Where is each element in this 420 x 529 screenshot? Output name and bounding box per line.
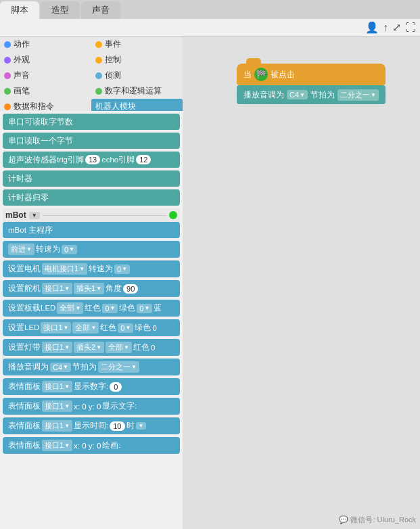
expand-icon[interactable]: ⤢: [392, 21, 401, 34]
led-pos-dropdown[interactable]: 全部: [57, 302, 83, 314]
block-set-servo[interactable]: 设置舵机 接口1 插头1 角度 90: [3, 280, 180, 297]
cat-sound[interactable]: 声音: [0, 68, 91, 83]
block-serial-read-one[interactable]: 串口读取一个字节: [3, 133, 180, 149]
move-speed-dropdown[interactable]: 0: [62, 245, 77, 254]
display-time-port-dropdown[interactable]: 接口1: [42, 420, 72, 432]
cat-sensing[interactable]: 侦测: [91, 68, 183, 83]
block-set-strip[interactable]: 设置灯带 接口1 插头2 全部 红色 0: [3, 339, 180, 356]
led2-pos-dropdown[interactable]: 全部: [72, 322, 99, 334]
canvas-note-dropdown[interactable]: C4: [287, 90, 308, 99]
block-display-draw[interactable]: 表情面板 接口1 x: 0 y: 0 绘画:: [3, 437, 180, 454]
tab-costume[interactable]: 造型: [41, 1, 80, 19]
canvas-action-block: 播放音调为 C4 节拍为 二分之一: [237, 85, 386, 104]
note-dropdown[interactable]: C4: [50, 363, 71, 372]
fullscreen-icon[interactable]: ⛶: [405, 22, 416, 34]
mbot-status-dot: [169, 211, 177, 219]
toolbar: 👤 ↑ ⤢ ⛶: [0, 19, 420, 37]
hat-prefix: 当: [243, 69, 252, 80]
led2-r-dropdown[interactable]: 0: [118, 323, 133, 333]
cat-motion[interactable]: 动作: [0, 37, 91, 52]
servo-port-dropdown[interactable]: 接口1: [42, 283, 72, 294]
servo-slot-dropdown[interactable]: 插头1: [74, 283, 104, 294]
top-tabs: 脚本 造型 声音: [0, 0, 420, 19]
cat-control[interactable]: 控制: [91, 52, 183, 68]
strip-port-dropdown[interactable]: 接口1: [42, 342, 72, 353]
move-dir-dropdown[interactable]: 前进: [8, 244, 34, 255]
cat-looks[interactable]: 外观: [0, 52, 91, 68]
display-port-dropdown[interactable]: 接口1: [42, 381, 72, 392]
strip-slot-dropdown[interactable]: 插头2: [74, 342, 104, 353]
main-content: 动作 外观 声音 画笔 数据和指令: [0, 37, 420, 529]
block-mbot-main[interactable]: mBot 主程序: [3, 222, 180, 238]
strip-pos-dropdown[interactable]: 全部: [106, 342, 132, 353]
tab-script[interactable]: 脚本: [0, 1, 39, 19]
canvas-block-group: 当 🏁 被点击 播放音调为 C4 节拍为 二分之一: [237, 64, 386, 104]
canvas-beat-dropdown[interactable]: 二分之一: [337, 89, 379, 101]
mbot-label: mBot: [5, 210, 26, 220]
person-icon[interactable]: 👤: [365, 21, 379, 34]
cat-pen[interactable]: 画笔: [0, 83, 91, 99]
flag-icon: 🏁: [254, 68, 268, 81]
display-text-port-dropdown[interactable]: 接口1: [42, 400, 72, 412]
wechat-icon: 💬: [339, 515, 348, 524]
arrow-up-icon[interactable]: ↑: [383, 22, 388, 34]
hat-suffix: 被点击: [271, 69, 295, 80]
led-r-dropdown[interactable]: 0: [102, 304, 118, 313]
block-display-text[interactable]: 表情面板 接口1 x: 0 y: 0 显示文字:: [3, 398, 180, 415]
mbot-divider: mBot: [3, 208, 180, 222]
display-draw-port-dropdown[interactable]: 接口1: [42, 440, 72, 451]
block-set-led[interactable]: 设置LED 接口1 全部 红色 0 绿色 0: [3, 319, 180, 336]
cat-operators[interactable]: 数字和逻辑运算: [91, 83, 183, 99]
cat-events[interactable]: 事件: [91, 37, 183, 52]
mbot-line: [43, 215, 166, 216]
block-serial-read-bytes[interactable]: 串口可读取字节数: [3, 114, 180, 130]
led2-port-dropdown[interactable]: 接口1: [41, 322, 71, 334]
block-display-num[interactable]: 表情面板 接口1 显示数字: 0: [3, 378, 180, 395]
block-move[interactable]: 前进 转速为 0: [3, 241, 180, 258]
beat-dropdown[interactable]: 二分之一: [98, 361, 139, 373]
cat-col-right: 事件 控制 侦测 数字和逻辑运算 机器人模块: [91, 37, 183, 111]
watermark-text: 微信号: Uluru_Rock: [350, 515, 416, 525]
tab-sound[interactable]: 声音: [81, 1, 120, 19]
led-g-dropdown[interactable]: 0: [137, 304, 152, 313]
categories: 动作 外观 声音 画笔 数据和指令: [0, 37, 183, 111]
block-play-note[interactable]: 播放音调为 C4 节拍为 二分之一: [3, 359, 180, 375]
action-text: 播放音调为: [243, 89, 284, 101]
block-ultrasonic[interactable]: 超声波传感器trig引脚 13 echo引脚 12: [3, 152, 180, 168]
watermark: 💬 微信号: Uluru_Rock: [339, 515, 416, 525]
display-time-unit-dropdown[interactable]: [136, 422, 147, 430]
mbot-dropdown[interactable]: [29, 212, 40, 219]
cat-col-left: 动作 外观 声音 画笔 数据和指令: [0, 37, 91, 111]
block-set-onboard-led[interactable]: 设置板载LED 全部 红色 0 绿色 0 蓝: [3, 300, 180, 317]
block-set-motor[interactable]: 设置电机 电机接口1 转速为 0: [3, 260, 180, 277]
block-timer-reset[interactable]: 计时器归零: [3, 189, 180, 206]
blocks-area: 串口可读取字节数 串口读取一个字节 超声波传感器trig引脚 13 echo引脚…: [0, 111, 183, 529]
motor-speed-dropdown[interactable]: 0: [114, 264, 130, 274]
block-timer[interactable]: 计时器: [3, 170, 180, 187]
block-display-time[interactable]: 表情面板 接口1 显示时间: 10 时: [3, 417, 180, 434]
right-canvas[interactable]: 当 🏁 被点击 播放音调为 C4 节拍为 二分之一 💬 微信号: Uluru_R…: [183, 37, 420, 529]
left-panel: 动作 外观 声音 画笔 数据和指令: [0, 37, 183, 529]
action-beat-label: 节拍为: [310, 89, 335, 101]
motor-port-dropdown[interactable]: 电机接口1: [42, 263, 87, 275]
